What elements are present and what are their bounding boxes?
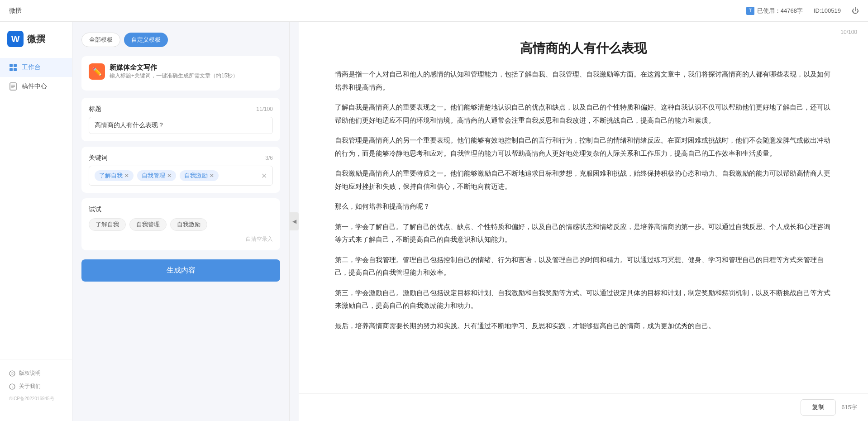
- sidebar-item-workbench-label: 工作台: [22, 63, 41, 72]
- card-title: 新媒体全文写作: [110, 63, 238, 72]
- title-label: 标题: [89, 105, 101, 113]
- svg-rect-5: [14, 68, 17, 71]
- usage-icon: T: [746, 7, 754, 15]
- copyright-label: 版权说明: [19, 369, 41, 377]
- tag-label-2: 自我激励: [184, 172, 208, 180]
- word-count: 615字: [841, 403, 857, 411]
- article-para-8: 最后，培养高情商需要长期的努力和实践。只有通过不断地学习、反思和实践，才能够提高…: [335, 320, 832, 333]
- logo-text: 微撰: [27, 33, 45, 45]
- workbench-icon: [9, 63, 17, 72]
- try-tag-2[interactable]: 自我激励: [170, 218, 207, 231]
- usage-label: 已使用：44768字: [757, 7, 803, 15]
- sidebar-item-workbench[interactable]: 工作台: [0, 58, 72, 77]
- title-label-row: 标题 11/100: [89, 105, 273, 113]
- logo-area: W 微撰: [0, 31, 72, 58]
- drafts-icon: [9, 82, 17, 91]
- tag-close-2[interactable]: ✕: [210, 172, 214, 179]
- tag-label-0: 了解自我: [99, 172, 123, 180]
- topbar: 微撰 T 已使用：44768字 ID:100519 ⏻: [0, 0, 868, 22]
- topbar-right: T 已使用：44768字 ID:100519 ⏻: [746, 7, 859, 15]
- tab-all[interactable]: 全部模板: [81, 33, 120, 47]
- svg-rect-2: [10, 64, 13, 67]
- collapse-arrow[interactable]: ◀: [290, 212, 299, 230]
- tag-label-1: 自我管理: [142, 172, 165, 180]
- sidebar-bottom: © 版权说明 i 关于我们 ©ICP备2022016945号: [0, 359, 72, 412]
- copyright-icon: ©: [9, 370, 15, 377]
- article-title: 高情商的人有什么表现: [335, 40, 832, 57]
- tag-item-2[interactable]: 自我激励 ✕: [180, 170, 219, 181]
- try-section: 试试 了解自我 自我管理 自我激励 白清空录入: [81, 198, 280, 250]
- logo-icon: W: [7, 31, 24, 47]
- tag-item-0[interactable]: 了解自我 ✕: [95, 170, 134, 181]
- title-section: 标题 11/100: [81, 98, 280, 141]
- generate-button[interactable]: 生成内容: [81, 259, 280, 282]
- copy-button[interactable]: 复制: [801, 399, 836, 416]
- article-para-4: 那么，如何培养和提高情商呢？: [335, 200, 832, 213]
- svg-rect-3: [14, 64, 17, 67]
- card-icon: ✏️: [89, 63, 105, 80]
- card-desc: 输入标题+关键词，一键准确生成所需文章（约15秒）: [110, 72, 238, 80]
- sidebar-item-drafts-label: 稿件中心: [22, 82, 47, 91]
- topbar-title: 微撰: [9, 7, 22, 15]
- article-footer: 复制 615字: [299, 393, 868, 421]
- clear-hint[interactable]: 白清空录入: [89, 235, 273, 243]
- try-tag-0[interactable]: 了解自我: [89, 218, 126, 231]
- template-card: ✏️ 新媒体全文写作 输入标题+关键词，一键准确生成所需文章（约15秒）: [81, 56, 280, 91]
- svg-text:W: W: [11, 34, 20, 44]
- tags-clear-icon[interactable]: ✕: [261, 172, 267, 180]
- keyword-label: 关键词: [89, 154, 108, 162]
- title-counter: 11/100: [256, 106, 273, 112]
- article-para-6: 第二，学会自我管理。管理自己包括控制自己的情绪、行为和言语，以及管理自己的时间和…: [335, 254, 832, 279]
- about-label: 关于我们: [19, 383, 41, 390]
- keyword-counter: 3/6: [265, 155, 273, 161]
- article-para-0: 情商是指一个人对自己和他人的感情的认知和管理能力，包括了解自我、自我管理、自我激…: [335, 68, 832, 94]
- article-para-7: 第三，学会激励自己。激励自己包括设定目标和计划、自我激励和自我奖励等方式。可以通…: [335, 287, 832, 312]
- tag-close-1[interactable]: ✕: [167, 172, 172, 179]
- topbar-id: ID:100519: [814, 7, 841, 14]
- svg-text:©: ©: [11, 372, 14, 375]
- article-body: 情商是指一个人对自己和他人的感情的认知和管理能力，包括了解自我、自我管理、自我激…: [335, 68, 832, 332]
- keyword-label-row: 关键词 3/6: [89, 154, 273, 162]
- main-layout: W 微撰 工作台: [0, 22, 868, 421]
- tag-close-0[interactable]: ✕: [124, 172, 129, 179]
- article-counter: 10/100: [840, 29, 857, 35]
- sidebar: W 微撰 工作台: [0, 22, 72, 421]
- topbar-usage: T 已使用：44768字: [746, 7, 803, 15]
- copyright-item[interactable]: © 版权说明: [9, 367, 63, 380]
- article-para-1: 了解自我是高情商人的重要表现之一。他们能够清楚地认识自己的优点和缺点，以及自己的…: [335, 101, 832, 127]
- icp-text: ©ICP备2022016945号: [9, 393, 63, 405]
- tag-item-1[interactable]: 自我管理 ✕: [137, 170, 176, 181]
- power-icon[interactable]: ⏻: [852, 7, 859, 15]
- article-para-2: 自我管理是高情商人的另一个重要表现。他们能够有效地控制自己的言行和行为，控制自己…: [335, 134, 832, 160]
- svg-rect-4: [10, 68, 13, 71]
- sidebar-item-drafts[interactable]: 稿件中心: [0, 77, 72, 96]
- try-label: 试试: [89, 206, 273, 214]
- article-para-5: 第一，学会了解自己。了解自己的优点、缺点、个性特质和偏好，以及自己的情感状态和情…: [335, 220, 832, 246]
- tab-bar: 全部模板 自定义模板: [81, 33, 280, 47]
- right-panel: 10/100 高情商的人有什么表现 情商是指一个人对自己和他人的感情的认知和管理…: [299, 22, 868, 421]
- card-info: 新媒体全文写作 输入标题+关键词，一键准确生成所需文章（约15秒）: [110, 63, 238, 80]
- title-input[interactable]: [89, 117, 273, 134]
- center-panel: 全部模板 自定义模板 ✏️ 新媒体全文写作 输入标题+关键词，一键准确生成所需文…: [72, 22, 290, 421]
- about-item[interactable]: i 关于我们: [9, 380, 63, 393]
- try-tags: 了解自我 自我管理 自我激励: [89, 218, 273, 231]
- tab-custom[interactable]: 自定义模板: [124, 33, 168, 47]
- card-header: ✏️ 新媒体全文写作 输入标题+关键词，一键准确生成所需文章（约15秒）: [89, 63, 273, 80]
- nav-items: 工作台 稿件中心: [0, 58, 72, 359]
- svg-text:i: i: [12, 385, 13, 389]
- article-para-3: 自我激励是高情商人的重要特质之一。他们能够激励自己不断地追求目标和梦想，克服困难…: [335, 167, 832, 193]
- about-icon: i: [9, 383, 15, 390]
- try-tag-1[interactable]: 自我管理: [129, 218, 167, 231]
- keyword-section: 关键词 3/6 了解自我 ✕ 自我管理 ✕ 自我激励 ✕ ✕: [81, 147, 280, 193]
- tags-area[interactable]: 了解自我 ✕ 自我管理 ✕ 自我激励 ✕ ✕: [89, 166, 273, 186]
